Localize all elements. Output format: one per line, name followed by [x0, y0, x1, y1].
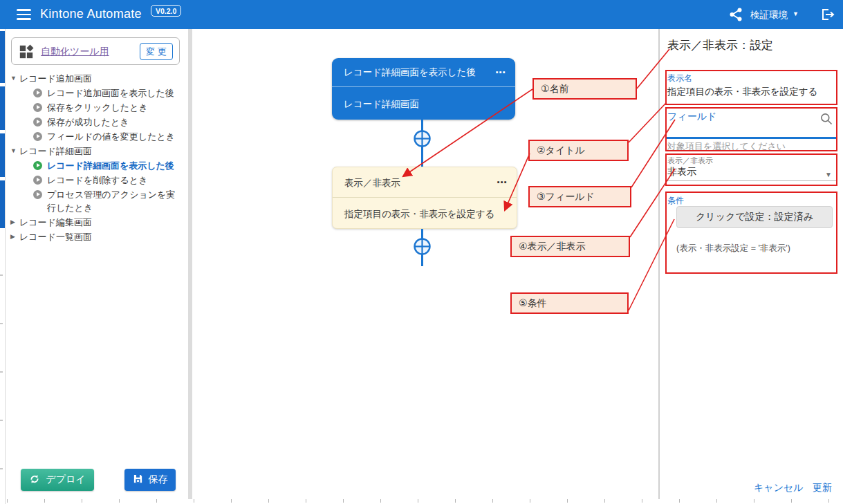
flow-canvas: レコード詳細画面を表示した後 ⋯ レコード詳細画面 表示／非表示 ⋯ 指定項目の…	[192, 29, 658, 499]
tree-item[interactable]: レコードを削除するとき	[6, 173, 185, 187]
deploy-button-label: デプロイ	[46, 474, 85, 486]
tree-group-label: レコード一覧画面	[19, 232, 92, 242]
change-app-button[interactable]: 変 更	[140, 43, 173, 60]
tree-item-label: レコード詳細画面を表示した後	[47, 160, 174, 171]
save-button-label: 保存	[149, 474, 168, 486]
caret-down-icon[interactable]: ▼	[10, 144, 17, 158]
top-bar: Kintone Automate V0.2.0 検証環境 ▼	[0, 0, 843, 29]
action-node-title: 表示／非表示	[344, 177, 400, 189]
tree-item-active[interactable]: レコード詳細画面を表示した後	[6, 158, 185, 173]
settings-panel-title: 表示／非表示：設定	[667, 37, 773, 53]
event-circle-play-icon	[33, 190, 42, 199]
search-icon[interactable]	[819, 112, 833, 126]
visibility-select-value[interactable]: 非表示	[667, 166, 696, 178]
field-search-input[interactable]	[667, 113, 836, 137]
annotation-box-visibility: ④表示／非表示	[510, 236, 630, 257]
tree-group-label: レコード編集画面	[19, 217, 92, 227]
sidebar: 自動化ツール用 変 更 ▼ レコード追加画面 レコード追加画面を表示した後 保存…	[6, 29, 192, 499]
dropdown-caret-icon[interactable]: ▼	[825, 171, 832, 178]
annotation-box-condition: ⑤条件	[510, 292, 629, 314]
event-circle-play-icon	[33, 103, 42, 112]
tree-item-label: フィールドの値を変更したとき	[47, 131, 175, 142]
condition-label: 条件	[667, 195, 684, 207]
field-placeholder: 対象項目を選択してください	[667, 140, 786, 153]
display-name-value[interactable]: 指定項目の表示・非表示を設定する	[667, 86, 817, 98]
event-circle-play-icon	[33, 118, 42, 127]
tree-group-record-detail[interactable]: ▼ レコード詳細画面	[6, 144, 185, 158]
sync-icon	[29, 474, 40, 487]
hamburger-menu-icon[interactable]	[17, 9, 31, 20]
tree-group-record-edit[interactable]: ▶ レコード編集画面	[6, 215, 185, 230]
share-icon[interactable]	[728, 6, 744, 23]
condition-summary: (表示・非表示設定 = '非表示')	[676, 243, 790, 254]
node-menu-ellipsis-icon[interactable]: ⋯	[497, 176, 508, 189]
annotation-box-title: ②タイトル	[528, 140, 629, 161]
event-tree: ▼ レコード追加画面 レコード追加画面を表示した後 保存をクリックしたとき 保存…	[6, 71, 185, 244]
visibility-label: 表示／非表示	[667, 156, 713, 166]
action-node-subtitle: 指定項目の表示・非表示を設定する	[344, 208, 494, 221]
app-selector-box: 自動化ツール用 変 更	[11, 37, 180, 65]
add-step-plus-icon[interactable]	[413, 129, 432, 148]
trigger-node-header: レコード詳細画面を表示した後 ⋯	[332, 58, 515, 87]
tree-group-label: レコード詳細画面	[19, 146, 92, 156]
environment-selector[interactable]: 検証環境	[750, 9, 788, 21]
action-node-header: 表示／非表示 ⋯	[333, 167, 517, 198]
action-node[interactable]: 表示／非表示 ⋯ 指定項目の表示・非表示を設定する	[332, 167, 517, 229]
event-circle-play-icon	[33, 132, 42, 141]
display-name-label: 表示名	[667, 73, 692, 84]
tree-group-record-add[interactable]: ▼ レコード追加画面	[6, 71, 185, 86]
settings-panel: 表示／非表示：設定 表示名 指定項目の表示・非表示を設定する フィールド 対象項…	[658, 29, 843, 499]
tree-item[interactable]: 保存をクリックしたとき	[6, 100, 185, 115]
save-button[interactable]: 保存	[124, 469, 176, 491]
update-link[interactable]: 更新	[813, 482, 832, 494]
caret-right-icon[interactable]: ▶	[10, 230, 15, 244]
add-step-plus-icon[interactable]	[413, 237, 432, 256]
app-name-link[interactable]: 自動化ツール用	[41, 46, 109, 58]
tree-item-label: レコードを削除するとき	[47, 175, 147, 185]
annotation-rect-condition	[665, 192, 837, 274]
version-badge: V0.2.0	[151, 5, 181, 17]
trigger-node-title: レコード詳細画面を表示した後	[344, 66, 476, 79]
field-input-underline	[667, 137, 836, 139]
kintone-app-icon	[19, 44, 34, 59]
visibility-underline	[667, 180, 836, 181]
cancel-link[interactable]: キャンセル	[754, 482, 804, 494]
caret-right-icon[interactable]: ▶	[10, 215, 15, 230]
deploy-button[interactable]: デプロイ	[21, 469, 94, 491]
trigger-node-subtitle: レコード詳細画面	[344, 98, 419, 111]
save-floppy-icon	[133, 474, 143, 486]
tree-group-label: レコード追加画面	[19, 73, 92, 84]
tree-item-label: プロセス管理のアクションを実行したとき	[47, 189, 175, 213]
annotation-box-field: ③フィールド	[528, 186, 631, 207]
tree-item[interactable]: フィールドの値を変更したとき	[6, 129, 185, 144]
logout-icon[interactable]	[819, 6, 835, 23]
caret-down-icon[interactable]: ▼	[10, 71, 17, 86]
condition-set-button[interactable]: クリックで設定：設定済み	[676, 206, 833, 228]
chevron-down-icon[interactable]: ▼	[793, 10, 799, 17]
app-root: Kintone Automate V0.2.0 検証環境 ▼	[0, 0, 843, 504]
tree-item-label: 保存をクリックしたとき	[47, 102, 148, 113]
app-title: Kintone Automate	[40, 7, 142, 21]
event-circle-play-icon	[33, 88, 42, 97]
trigger-node[interactable]: レコード詳細画面を表示した後 ⋯ レコード詳細画面	[332, 58, 515, 120]
tree-item-label: レコード追加画面を表示した後	[47, 88, 174, 98]
tree-item[interactable]: レコード追加画面を表示した後	[6, 86, 185, 100]
background-window-edge	[0, 29, 6, 504]
tree-item[interactable]: 保存が成功したとき	[6, 115, 185, 129]
event-circle-play-icon	[33, 176, 42, 185]
tree-item[interactable]: プロセス管理のアクションを実行したとき	[6, 187, 185, 215]
tree-group-record-list[interactable]: ▶ レコード一覧画面	[6, 230, 185, 244]
tree-item-label: 保存が成功したとき	[47, 117, 129, 127]
node-menu-ellipsis-icon[interactable]: ⋯	[495, 66, 506, 79]
event-circle-play-icon-active	[33, 161, 42, 170]
background-ruler-ticks	[7, 499, 843, 503]
annotation-box-name: ①名前	[532, 78, 637, 100]
